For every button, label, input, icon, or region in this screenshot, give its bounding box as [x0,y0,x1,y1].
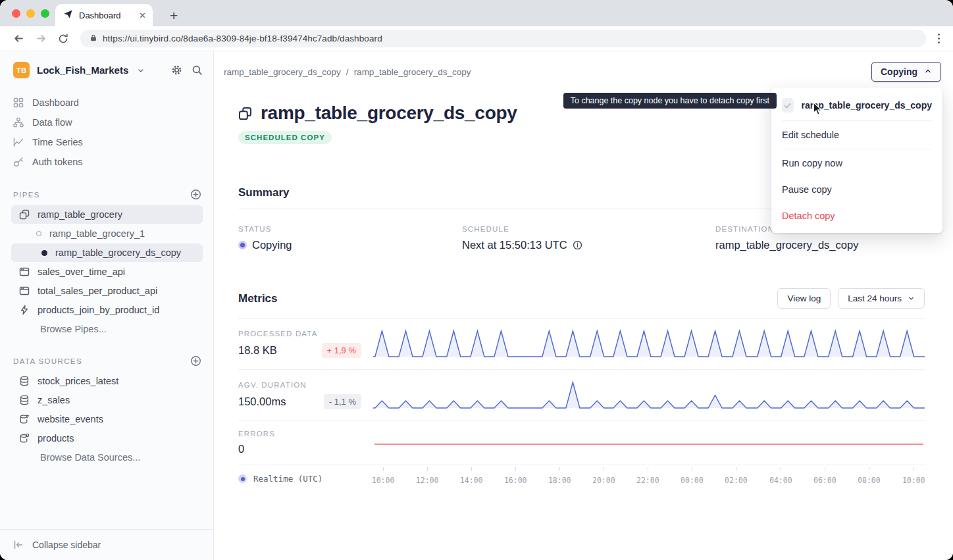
collapse-sidebar-label: Collapse sidebar [32,540,101,550]
copying-dropdown-menu: ramp_table_grocery_ds_copy Edit schedule… [771,88,942,233]
axis-tick-mark [781,467,781,471]
sidebar-item-auth-tokens[interactable]: Auth tokens [0,152,213,172]
flow-icon [13,117,24,128]
time-range-value: Last 24 hours [848,293,902,303]
sidebar-ds-products[interactable]: products [11,429,203,447]
chevron-down-icon [137,66,145,74]
sidebar-item-label: Time Series [32,137,83,147]
sidebar-node-ramp-table-grocery-1[interactable]: ramp_table_grocery_1 [11,224,203,243]
datasources-header-label: DATA SOURCES [13,357,82,365]
back-icon[interactable] [9,30,28,48]
chart-axis-row: Realtime (UTC) 10:0012:0014:0016:0018:00… [238,465,925,491]
realtime-dot-icon [238,474,247,483]
close-window-button[interactable] [12,9,20,18]
axis-tick-label: 08:00 [858,476,881,485]
menu-item-run-copy-now[interactable]: Run copy now [771,150,942,176]
node-dot-icon [41,250,47,256]
settings-gear-icon[interactable] [171,64,182,76]
pipe-copy-icon [19,209,30,220]
browser-tab[interactable]: Dashboard ✕ [55,4,153,26]
axis-tick-label: 20:00 [592,476,615,485]
axis-tick-label: 10:00 [902,476,925,485]
destination-value[interactable]: ramp_table_grocery_ds_copy [715,239,858,251]
database-shared-icon [19,433,30,444]
axis-tick-label: 14:00 [460,476,483,485]
menu-item-edit-schedule[interactable]: Edit schedule [771,122,942,148]
address-bar[interactable]: https://ui.tinybird.co/8dae6a-8309-84je-… [80,30,926,47]
new-tab-button[interactable]: + [165,9,183,22]
sidebar-ds-stock-prices-latest[interactable]: stock_prices_latest [11,372,203,390]
sidebar-node-ramp-table-grocery-ds-copy[interactable]: ramp_table_grocery_ds_copy [11,243,203,262]
pipe-label: products_join_by_product_id [38,305,159,315]
collapse-sidebar-button[interactable]: Collapse sidebar [0,529,213,560]
browser-menu-icon[interactable] [934,34,944,44]
axis-tick-mark [648,467,648,471]
sidebar-pipe-sales-over-time-api[interactable]: sales_over_time_api [11,263,203,281]
window-controls [12,9,49,18]
workspace-switcher[interactable]: TB Lock_Fish_Markets [13,62,203,78]
node-label: ramp_table_grocery_ds_copy [55,247,181,258]
browser-tab-strip: Dashboard ✕ + [0,0,953,26]
mouse-cursor [812,102,823,119]
menu-node-row[interactable]: ramp_table_grocery_ds_copy [771,90,942,120]
breadcrumb-item[interactable]: ramp_table_grocery_ds_copy [224,67,341,77]
axis-tick-label: 16:00 [504,476,527,485]
minimize-window-button[interactable] [26,9,35,18]
sidebar-item-data-flow[interactable]: Data flow [0,113,213,132]
menu-item-detach-copy[interactable]: Detach copy [771,203,942,229]
tinybird-app: TB Lock_Fish_Markets [0,51,953,560]
breadcrumb-item[interactable]: ramp_table_grocery_ds_copy [354,67,471,77]
sidebar-ds-website-events[interactable]: website_events [11,410,203,428]
axis-tick-label: 06:00 [813,476,837,485]
browse-datasources-link[interactable]: Browse Data Sources... [11,448,203,467]
add-pipe-icon[interactable] [190,189,201,200]
sidebar-item-time-series[interactable]: Time Series [0,132,213,152]
view-log-label: View log [787,293,821,303]
menu-separator [782,149,932,149]
summary-schedule-cell: SCHEDULE Next at 15:50:13 UTC [462,225,715,251]
metrics-heading: Metrics [238,292,278,305]
metric-value: 0 [238,443,244,455]
url-text: https://ui.tinybird.co/8dae6a-8309-84je-… [103,34,382,43]
menu-item-pause-copy[interactable]: Pause copy [771,176,942,203]
checkbox-checked-icon [782,98,794,113]
processed-data-chart [373,327,925,360]
axis-tick-label: 22:00 [636,476,659,485]
sidebar-item-label: Auth tokens [32,157,83,167]
metric-delta-badge: + 1,9 % [322,343,361,358]
metric-row-processed-data: PROCESSED DATA 18.8 KB + 1,9 % [238,318,925,370]
sidebar-item-dashboard[interactable]: Dashboard [0,93,213,113]
view-log-button[interactable]: View log [777,288,831,309]
key-icon [13,157,24,167]
sidebar-pipe-ramp-table-grocery[interactable]: ramp_table_grocery [11,205,203,224]
info-icon[interactable] [573,240,582,250]
reload-icon[interactable] [54,30,72,48]
sidebar-ds-z-sales[interactable]: z_sales [11,391,203,409]
datasources-list: stock_prices_latest z_sales website_even… [0,372,213,467]
browse-pipes-link[interactable]: Browse Pipes... [11,320,203,338]
api-endpoint-icon [19,267,30,277]
search-icon[interactable] [192,64,203,76]
pipes-section-header: PIPES [0,189,213,200]
axis-tick-mark [914,467,914,471]
chevron-up-icon [924,66,932,77]
grid-icon [13,97,24,108]
time-range-select[interactable]: Last 24 hours [838,288,925,309]
copying-state-button[interactable]: Copying [871,62,941,82]
zoom-window-button[interactable] [41,9,49,18]
forward-icon[interactable] [32,30,50,48]
errors-chart [373,433,925,453]
datasource-label: website_events [38,414,103,424]
bolt-icon [19,305,30,315]
sidebar-pipe-total-sales-per-product-api[interactable]: total_sales_per_product_api [11,282,203,300]
metric-row-avg-duration: AGV. DURATION 150.00ms - 1,1 % [238,370,925,421]
axis-tick-mark [869,467,869,471]
axis-tick-mark [692,467,692,471]
schedule-label: SCHEDULE [462,225,715,233]
datasource-label: z_sales [38,395,70,405]
axis-tick-label: 18:00 [548,476,571,485]
tab-close-icon[interactable]: ✕ [139,11,146,20]
axis-tick-mark [471,467,472,471]
sidebar-pipe-products-join-by-product-id[interactable]: products_join_by_product_id [11,301,203,319]
add-datasource-icon[interactable] [190,355,201,367]
